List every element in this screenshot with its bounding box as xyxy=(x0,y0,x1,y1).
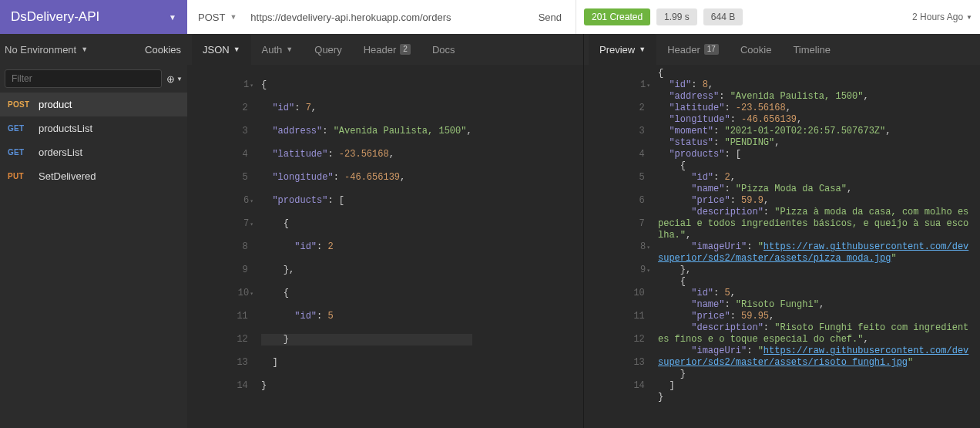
environment-label: No Environment xyxy=(5,44,76,56)
sidebar: DsDelivery-API ▼ No Environment ▼ Cookie… xyxy=(0,0,187,428)
method-badge: GET xyxy=(8,124,31,133)
request-name: SetDelivered xyxy=(39,170,96,182)
header-count-badge: 2 xyxy=(400,44,411,55)
history-dropdown[interactable]: 2 Hours Ago ▼ xyxy=(912,12,972,22)
filter-input[interactable] xyxy=(5,69,162,88)
request-name: product xyxy=(39,99,72,110)
chevron-down-icon: ▼ xyxy=(233,45,240,53)
chevron-down-icon: ▼ xyxy=(230,13,237,21)
request-item[interactable]: GET ordersList xyxy=(0,140,187,164)
method-picker[interactable]: POST ▼ xyxy=(187,0,247,34)
tab-header[interactable]: Header 17 xyxy=(656,34,730,65)
request-body-editor[interactable]: 1▾ 2 3 4 5 6▾ 7▾ 8 9 10▾ 11 12 13 14 { "… xyxy=(187,65,583,428)
request-item[interactable]: PUT SetDelivered xyxy=(0,164,187,188)
url-input[interactable] xyxy=(247,0,524,34)
elapsed-badge[interactable]: 1.99 s xyxy=(656,8,697,25)
request-item[interactable]: POST product xyxy=(0,93,187,116)
tab-json[interactable]: JSON ▼ xyxy=(192,34,251,65)
response-body-viewer[interactable]: 1▾ 2 3 4 5 6 7 8▾ 9▾ 10 11 12 13 14 15 1… xyxy=(584,65,980,428)
chevron-down-icon: ▼ xyxy=(286,45,293,53)
time-ago-label: 2 Hours Ago xyxy=(912,12,963,22)
status-text: Created xyxy=(609,12,643,22)
request-name: ordersList xyxy=(39,147,82,158)
response-status-bar: 201 Created 1.99 s 644 B 2 Hours Ago ▼ xyxy=(576,0,980,34)
tab-query[interactable]: Query xyxy=(304,34,352,65)
tab-preview[interactable]: Preview ▼ xyxy=(589,34,656,65)
size-badge[interactable]: 644 B xyxy=(703,8,743,25)
chevron-down-icon: ▼ xyxy=(176,76,183,83)
tab-header[interactable]: Header 2 xyxy=(353,34,421,65)
request-name: productsList xyxy=(39,123,92,134)
response-tabs: Preview ▼ Header 17 Cookie Timeline xyxy=(584,34,980,65)
method-label: POST xyxy=(198,12,225,23)
status-badge[interactable]: 201 Created xyxy=(584,8,650,25)
status-code: 201 xyxy=(592,12,607,22)
chevron-down-icon: ▼ xyxy=(639,45,646,53)
tab-cookie[interactable]: Cookie xyxy=(730,34,782,65)
app-title: DsDelivery-API xyxy=(11,9,99,25)
new-request-button[interactable]: ⊕ ▼ xyxy=(166,73,183,85)
plus-icon: ⊕ xyxy=(166,73,175,85)
cookies-button[interactable]: Cookies xyxy=(145,44,181,56)
chevron-down-icon: ▼ xyxy=(81,45,88,53)
tab-auth[interactable]: Auth ▼ xyxy=(251,34,304,65)
chevron-down-icon: ▼ xyxy=(966,14,972,21)
header-count-badge: 17 xyxy=(704,44,719,55)
tab-docs[interactable]: Docs xyxy=(421,34,466,65)
send-button[interactable]: Send xyxy=(525,12,576,23)
request-list: POST product GET productsList GET orders… xyxy=(0,93,187,428)
environment-picker[interactable]: No Environment ▼ xyxy=(5,44,88,56)
method-badge: PUT xyxy=(8,172,31,180)
request-item[interactable]: GET productsList xyxy=(0,116,187,140)
method-badge: GET xyxy=(8,148,31,157)
app-title-bar[interactable]: DsDelivery-API ▼ xyxy=(0,0,187,34)
response-pane: Preview ▼ Header 17 Cookie Timeline xyxy=(583,34,980,428)
request-url-bar: POST ▼ Send xyxy=(187,0,576,34)
chevron-down-icon: ▼ xyxy=(169,13,176,22)
tab-timeline[interactable]: Timeline xyxy=(782,34,841,65)
request-tabs: JSON ▼ Auth ▼ Query Header 2 xyxy=(187,34,583,65)
request-pane: JSON ▼ Auth ▼ Query Header 2 xyxy=(187,34,583,428)
method-badge: POST xyxy=(8,100,31,109)
